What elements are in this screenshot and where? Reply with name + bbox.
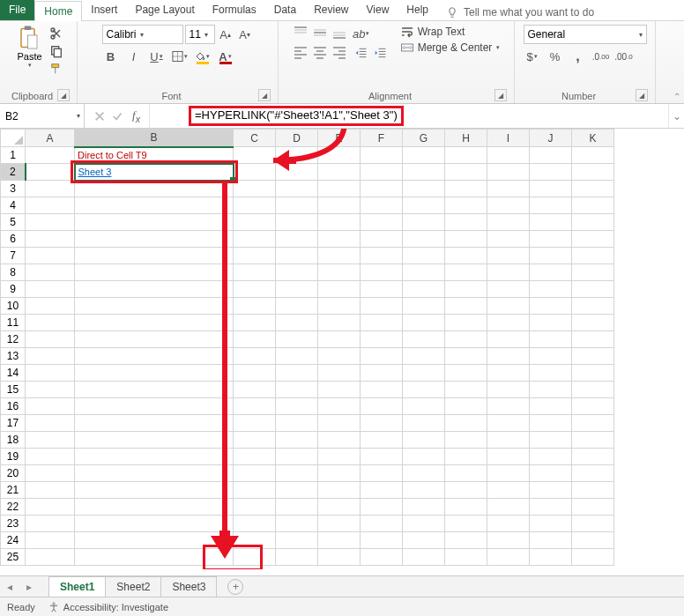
cell-I3[interactable] [487,181,530,197]
new-sheet-button[interactable]: + [227,579,243,595]
cell-B19[interactable] [75,449,234,465]
cell-J7[interactable] [530,248,572,264]
cell-G19[interactable] [403,449,445,465]
cell-G24[interactable] [403,532,445,549]
cell-G12[interactable] [403,331,445,348]
cell-B12[interactable] [75,331,234,348]
row-header-12[interactable]: 12 [1,331,26,348]
cell-D8[interactable] [276,264,318,281]
cell-B14[interactable] [75,365,234,382]
cell-C9[interactable] [234,281,276,298]
cell-J18[interactable] [530,432,572,449]
tab-data[interactable]: Data [265,0,305,20]
select-all-corner[interactable] [1,130,26,147]
cell-F11[interactable] [361,315,403,331]
tab-file[interactable]: File [0,0,34,20]
cell-K15[interactable] [572,382,614,398]
cell-F19[interactable] [361,449,403,465]
cell-B4[interactable] [75,197,234,214]
cell-E5[interactable] [318,214,361,231]
cell-C25[interactable] [234,549,276,566]
cell-F13[interactable] [361,348,403,365]
cell-F9[interactable] [361,281,403,298]
cell-A19[interactable] [26,449,75,465]
cell-H1[interactable] [445,147,487,164]
cell-C15[interactable] [234,382,276,398]
cell-C14[interactable] [234,365,276,382]
collapse-ribbon-icon[interactable]: ⌃ [673,92,680,101]
cell-F10[interactable] [361,298,403,315]
col-header-A[interactable]: A [26,130,75,147]
expand-formula-bar[interactable]: ⌄ [668,104,684,128]
tab-view[interactable]: View [358,0,398,20]
cell-A2[interactable] [26,164,75,181]
cell-H4[interactable] [445,197,487,214]
cell-B18[interactable] [75,432,234,449]
cell-A3[interactable] [26,181,75,197]
cell-C11[interactable] [234,315,276,331]
cell-D3[interactable] [276,181,318,197]
cell-A20[interactable] [26,465,75,482]
cell-D23[interactable] [276,516,318,532]
cell-H24[interactable] [445,532,487,549]
cell-E20[interactable] [318,465,361,482]
col-header-B[interactable]: B [75,130,234,147]
cell-I5[interactable] [487,214,530,231]
cell-C20[interactable] [234,465,276,482]
row-header-3[interactable]: 3 [1,181,26,197]
cell-J20[interactable] [530,465,572,482]
cell-F17[interactable] [361,415,403,432]
col-header-H[interactable]: H [445,130,487,147]
sheet-nav-next[interactable]: ▸ [19,578,39,596]
font-size-combo[interactable]: 11▾ [185,25,215,44]
cell-G7[interactable] [403,248,445,264]
cell-I10[interactable] [487,298,530,315]
cell-K10[interactable] [572,298,614,315]
row-header-17[interactable]: 17 [1,415,26,432]
cell-H17[interactable] [445,415,487,432]
cell-C13[interactable] [234,348,276,365]
cell-B10[interactable] [75,298,234,315]
cell-A23[interactable] [26,516,75,532]
cell-H12[interactable] [445,331,487,348]
cell-K1[interactable] [572,147,614,164]
cell-I17[interactable] [487,415,530,432]
cell-B6[interactable] [75,231,234,248]
cell-J8[interactable] [530,264,572,281]
cell-H22[interactable] [445,499,487,516]
tell-me-search[interactable]: Tell me what you want to do [437,0,603,20]
cell-F16[interactable] [361,398,403,415]
cell-I1[interactable] [487,147,530,164]
cell-C22[interactable] [234,499,276,516]
clipboard-launcher[interactable]: ◢ [57,89,70,101]
cell-F14[interactable] [361,365,403,382]
cell-F21[interactable] [361,482,403,499]
cell-E12[interactable] [318,331,361,348]
cell-J13[interactable] [530,348,572,365]
cell-A13[interactable] [26,348,75,365]
cut-icon[interactable] [49,26,63,41]
row-header-22[interactable]: 22 [1,499,26,516]
cell-G6[interactable] [403,231,445,248]
cell-I20[interactable] [487,465,530,482]
cell-J12[interactable] [530,331,572,348]
cell-F2[interactable] [361,164,403,181]
cell-G8[interactable] [403,264,445,281]
cell-E18[interactable] [318,432,361,449]
cell-E24[interactable] [318,532,361,549]
cell-J10[interactable] [530,298,572,315]
cell-F20[interactable] [361,465,403,482]
borders-button[interactable]: ▾ [171,48,189,65]
font-color-button[interactable]: A▾ [217,48,234,65]
cell-F7[interactable] [361,248,403,264]
cell-H6[interactable] [445,231,487,248]
cell-I8[interactable] [487,264,530,281]
cell-J6[interactable] [530,231,572,248]
cell-G3[interactable] [403,181,445,197]
cell-A12[interactable] [26,331,75,348]
cell-G23[interactable] [403,516,445,532]
cell-E8[interactable] [318,264,361,281]
cell-F5[interactable] [361,214,403,231]
cell-F23[interactable] [361,516,403,532]
cell-H16[interactable] [445,398,487,415]
